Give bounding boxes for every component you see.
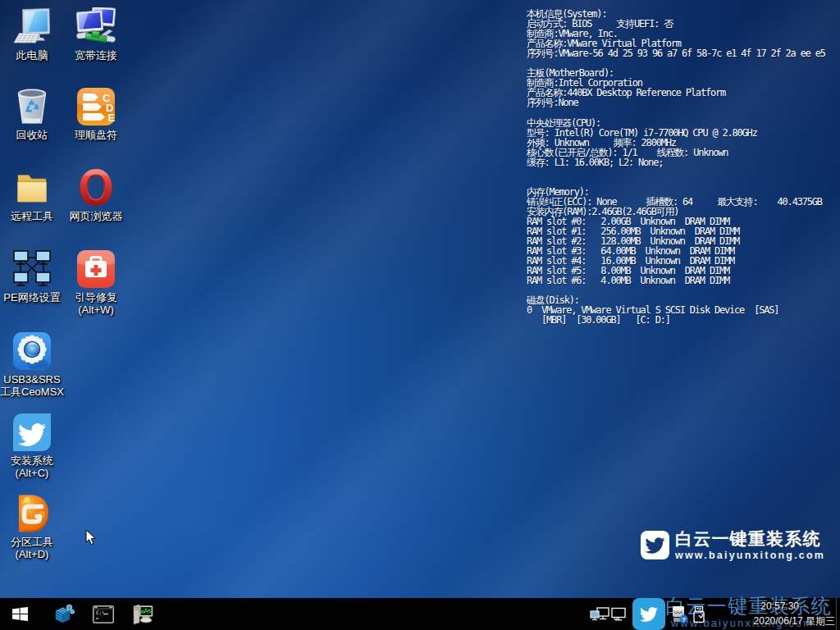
- icon-label-2: (Alt+W): [64, 304, 128, 316]
- boot-repair-icon: [76, 249, 116, 289]
- tray-usb-eject-icon[interactable]: [692, 605, 705, 627]
- windows-logo-icon: [12, 607, 28, 621]
- folder-icon: [12, 168, 52, 208]
- icon-label: PE网络设置: [0, 291, 64, 304]
- desktop-icon-usb3-srs-tool[interactable]: USB3&SRS 工具CeoMSX: [0, 331, 64, 398]
- command-prompt-icon: C:\: [93, 605, 114, 623]
- mouse-cursor: [85, 529, 97, 546]
- icon-label: 远程工具: [0, 210, 64, 222]
- tray-display-icon[interactable]: [611, 607, 626, 625]
- desktop-icon-recycle-bin[interactable]: 回收站: [0, 87, 64, 141]
- icon-label: 网页浏览器: [64, 210, 128, 222]
- desktop-icon-pe-network-setup[interactable]: PE网络设置: [0, 249, 64, 304]
- tray-device-query-icon[interactable]: ?: [672, 605, 688, 627]
- icon-label: 理顺盘符: [64, 129, 128, 141]
- desktop-icon-remote-tools[interactable]: 远程工具: [0, 168, 64, 222]
- icon-label: 此电脑: [0, 49, 64, 62]
- start-button[interactable]: [0, 598, 39, 630]
- twitter-bird-icon: [644, 536, 666, 555]
- desktop-icon-boot-repair[interactable]: 引导修复 (Alt+W): [64, 249, 128, 316]
- install-system-icon: [12, 413, 52, 452]
- svg-text:C:\: C:\: [96, 609, 105, 615]
- taskbar-button-twitter[interactable]: [632, 598, 665, 630]
- svg-text:?: ?: [682, 616, 686, 623]
- clock-time: 20:57:30: [754, 600, 799, 613]
- taskbar-button-registry-cube[interactable]: [44, 598, 84, 630]
- icon-label: 安装系统: [0, 454, 64, 467]
- brand-logo: [641, 531, 669, 559]
- twitter-bird-icon: [638, 605, 660, 623]
- taskbar-clock[interactable]: 20:57:30 2020/06/17 星期三: [754, 600, 835, 628]
- clock-date: 2020/06/17 星期三: [754, 614, 835, 628]
- desktop-icon-web-browser[interactable]: 网页浏览器: [64, 168, 128, 222]
- system-info-text: 本机信息(System): 启动方式: BIOS 支持UEFI: 否 制造商:V…: [527, 9, 838, 326]
- icon-label: 宽带连接: [64, 49, 128, 62]
- this-pc-icon: [12, 7, 52, 47]
- watermark-title: 白云一键重装系统: [675, 530, 839, 548]
- icon-label: 引导修复: [64, 291, 128, 304]
- partition-tool-icon: [12, 494, 52, 533]
- desktop-icon-drive-letter-tool[interactable]: C D E 理顺盘符: [64, 87, 128, 141]
- icon-label-2: (Alt+C): [0, 467, 64, 479]
- desktop-icon-partition-tool[interactable]: 分区工具 (Alt+D): [0, 494, 64, 560]
- network-icon: [12, 249, 52, 289]
- icon-label-2: 工具CeoMSX: [0, 386, 64, 398]
- desktop-icon-broadband[interactable]: 宽带连接: [64, 7, 128, 62]
- icon-label: USB3&SRS: [0, 373, 64, 386]
- drive-letter-tool-icon: C D E: [76, 87, 116, 126]
- icon-label: 回收站: [0, 129, 64, 141]
- taskbar: 白云一键重装系统 www.baiyunxitong.com: [0, 598, 840, 630]
- hardware-monitor-icon: [131, 604, 154, 625]
- watermark-url: www.baiyunxitong.com: [675, 550, 839, 561]
- tray-display-switch-icon[interactable]: [590, 607, 609, 625]
- svg-text:E: E: [108, 112, 116, 124]
- taskbar-button-hardware-monitor[interactable]: [123, 598, 162, 630]
- desktop-icon-this-pc[interactable]: 此电脑: [0, 7, 64, 62]
- taskbar-button-command-prompt[interactable]: C:\: [84, 598, 123, 630]
- icon-label: 分区工具: [0, 536, 64, 548]
- icon-label-2: (Alt+D): [0, 548, 64, 560]
- registry-cube-icon: [53, 604, 75, 625]
- broadband-icon: [76, 7, 116, 47]
- show-desktop-button[interactable]: [836, 598, 837, 630]
- recycle-bin-icon: [12, 87, 52, 126]
- usb3-tool-icon: [12, 331, 52, 371]
- opera-icon: [76, 168, 116, 208]
- desktop-icon-install-system[interactable]: 安装系统 (Alt+C): [0, 413, 64, 479]
